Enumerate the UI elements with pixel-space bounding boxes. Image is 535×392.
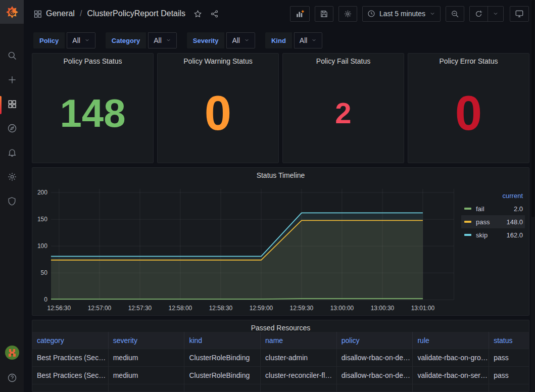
chevron-down-icon: [166, 36, 171, 44]
sidebar-item-server-admin[interactable]: [0, 190, 24, 214]
chevron-down-icon: [493, 11, 499, 17]
panel-title: Policy Warning Status: [158, 54, 278, 69]
cell-severity: medium: [109, 366, 185, 384]
time-range-label: Last 5 minutes: [379, 10, 425, 18]
filter-severity-dropdown[interactable]: All: [226, 32, 255, 48]
cell-rule: validate-rbac-on-gro…: [413, 349, 489, 366]
legend-item-skip[interactable]: skip 162.0: [461, 228, 525, 241]
series-label: skip: [476, 231, 488, 239]
refresh-interval-dropdown[interactable]: [488, 7, 503, 21]
cell-kind: ClusterRoleBinding: [184, 349, 261, 366]
stat-value-warning: 0: [158, 69, 278, 163]
status-timeline-panel: 05010015020012:56:3012:57:0012:57:3012:5…: [32, 167, 529, 316]
refresh-button[interactable]: [470, 7, 488, 21]
svg-text:12:59:30: 12:59:30: [290, 305, 314, 312]
legend-item-pass[interactable]: pass 148.0: [461, 215, 525, 228]
compass-icon: [7, 123, 17, 135]
chevron-down-icon: [311, 36, 317, 44]
table-row: Best Practices (Sec… medium ClusterRoleB…: [32, 366, 529, 384]
column-header-category[interactable]: category: [32, 332, 109, 349]
passed-resources-panel: Passed Resources category severity kind …: [32, 320, 529, 392]
column-header-severity[interactable]: severity: [109, 332, 185, 349]
clock-icon: [367, 10, 375, 18]
monitor-icon: [515, 9, 524, 18]
share-button[interactable]: [210, 10, 219, 18]
legend-item-fail[interactable]: fail 2.0: [461, 202, 525, 215]
filter-severity-label: Severity: [187, 32, 225, 48]
svg-text:50: 50: [41, 269, 48, 276]
cycle-view-mode-button[interactable]: [510, 6, 529, 22]
save-icon: [320, 10, 328, 18]
panel-title: Policy Pass Status: [32, 54, 153, 69]
chevron-down-icon: [84, 36, 90, 44]
variable-filters: Policy All Category All Severity All: [24, 25, 535, 48]
sidebar-item-dashboards[interactable]: [0, 93, 24, 117]
column-header-rule[interactable]: rule: [413, 332, 489, 349]
breadcrumb-separator: /: [79, 9, 83, 18]
sidebar-item-help[interactable]: [7, 373, 17, 385]
page-scrollbar[interactable]: [531, 0, 535, 392]
series-current-value: 148.0: [506, 218, 523, 226]
time-range-button[interactable]: Last 5 minutes: [363, 7, 440, 21]
panel-title: Status Timeline: [32, 168, 529, 183]
sidebar-bottom: [0, 346, 24, 392]
plus-icon: [7, 75, 17, 87]
stat-panel-policy-pass: Policy Pass Status 148: [32, 53, 154, 163]
add-panel-icon: [295, 9, 305, 19]
filter-category-value: All: [154, 36, 162, 44]
stat-value-pass: 148: [32, 69, 153, 163]
share-icon: [210, 10, 219, 18]
svg-text:13:00:30: 13:00:30: [371, 305, 395, 312]
panel-title: Policy Error Status: [408, 54, 529, 69]
cell-status: pass: [489, 349, 529, 366]
breadcrumb-section[interactable]: General: [46, 9, 75, 18]
dashboard-toolbar: Last 5 minutes: [290, 6, 529, 22]
dashboard-settings-button[interactable]: [338, 6, 357, 22]
grafana-logo[interactable]: [0, 0, 24, 24]
timeline-chart[interactable]: 05010015020012:56:3012:57:0012:57:3012:5…: [32, 168, 529, 315]
filter-kind-dropdown[interactable]: All: [294, 32, 323, 48]
refresh-controls: [469, 6, 504, 22]
table-row: Best Practices (Sec… medium ClusterRoleB…: [32, 349, 529, 366]
filter-kind: Kind All: [265, 32, 322, 48]
table-header-row: category severity kind name policy rule …: [32, 332, 529, 349]
filter-policy-dropdown[interactable]: All: [67, 32, 95, 48]
filter-category-dropdown[interactable]: All: [148, 32, 177, 48]
sidebar-item-search[interactable]: [0, 44, 24, 69]
sidebar-item-explore[interactable]: [0, 117, 24, 141]
sidebar-item-configuration[interactable]: [0, 166, 24, 190]
cell-status: pass: [489, 366, 529, 384]
svg-text:0: 0: [44, 296, 47, 303]
svg-text:12:58:00: 12:58:00: [169, 305, 192, 312]
series-label: pass: [476, 218, 490, 226]
star-button[interactable]: [193, 10, 202, 18]
gear-icon: [344, 10, 352, 18]
stat-panels-row: Policy Pass Status 148 Policy Warning St…: [32, 53, 529, 163]
zoom-out-time-button[interactable]: [446, 6, 464, 22]
sidebar-nav: [0, 44, 24, 214]
series-current-value: 162.0: [506, 231, 523, 239]
column-header-status[interactable]: status: [489, 332, 529, 349]
column-header-name[interactable]: name: [261, 332, 337, 349]
save-dashboard-button[interactable]: [315, 6, 333, 22]
cell-category: Best Practices (Sec…: [32, 349, 109, 366]
svg-text:150: 150: [37, 216, 47, 223]
refresh-icon: [474, 10, 483, 18]
panel-title: Passed Resources: [32, 320, 529, 332]
filter-policy: Policy All: [33, 32, 95, 48]
sidebar-item-alerting[interactable]: [0, 141, 24, 166]
add-panel-button[interactable]: [290, 6, 310, 22]
user-avatar[interactable]: [5, 346, 19, 362]
bell-icon: [7, 148, 17, 160]
column-header-kind[interactable]: kind: [184, 332, 261, 349]
scrollbar-thumb[interactable]: [531, 0, 534, 217]
svg-text:12:58:30: 12:58:30: [209, 305, 233, 312]
series-swatch-fail: [464, 208, 471, 210]
series-label: fail: [476, 205, 484, 213]
zoom-out-icon: [451, 10, 459, 18]
sidebar-item-create[interactable]: [0, 69, 24, 93]
shield-icon: [7, 197, 17, 208]
column-header-policy[interactable]: policy: [337, 332, 413, 349]
star-icon: [193, 10, 202, 18]
cell-category: Best Practices (Sec…: [32, 366, 109, 384]
